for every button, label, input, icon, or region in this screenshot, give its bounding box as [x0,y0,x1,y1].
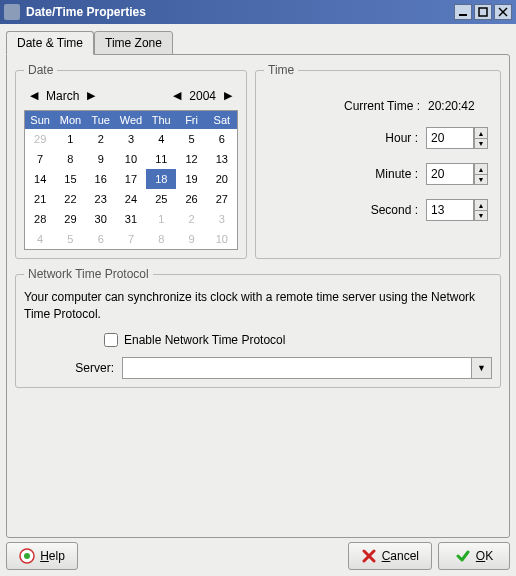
calendar-day-header: Sun [25,111,55,129]
minute-input[interactable] [426,163,474,185]
minute-down-button[interactable]: ▼ [474,174,488,185]
calendar-day[interactable]: 29 [55,209,85,229]
calendar-day[interactable]: 2 [176,209,206,229]
minimize-button[interactable] [454,4,472,20]
calendar-day-header: Wed [116,111,146,129]
help-label-rest: elp [49,549,65,563]
date-legend: Date [24,63,57,77]
client-area: Date & Time Time Zone Date ◀ March ▶ ◀ 2… [0,24,516,576]
second-down-button[interactable]: ▼ [474,210,488,221]
calendar-day[interactable]: 1 [55,129,85,149]
prev-year-button[interactable]: ◀ [171,87,183,104]
ntp-server-label: Server: [24,361,114,375]
cancel-button[interactable]: Cancel [348,542,432,570]
calendar-day[interactable]: 29 [25,129,55,149]
tab-time-zone[interactable]: Time Zone [94,31,173,55]
next-month-button[interactable]: ▶ [85,87,97,104]
calendar-day[interactable]: 23 [86,189,116,209]
year-label: 2004 [185,89,220,103]
current-time-label: Current Time : [344,99,420,113]
calendar-day[interactable]: 9 [176,229,206,249]
calendar-day[interactable]: 10 [207,229,237,249]
ok-label-u: O [476,549,485,563]
calendar-day[interactable]: 14 [25,169,55,189]
time-group: Time Current Time : 20:20:42 Hour : ▲ ▼ [255,63,501,259]
calendar-day[interactable]: 19 [176,169,206,189]
calendar-day[interactable]: 30 [86,209,116,229]
calendar-nav: ◀ March ▶ ◀ 2004 ▶ [24,85,238,106]
calendar-day[interactable]: 2 [86,129,116,149]
hour-input[interactable] [426,127,474,149]
tab-date-time[interactable]: Date & Time [6,31,94,55]
prev-month-button[interactable]: ◀ [28,87,40,104]
month-label: March [42,89,83,103]
calendar-day[interactable]: 4 [25,229,55,249]
help-button[interactable]: Help [6,542,78,570]
calendar-day[interactable]: 20 [207,169,237,189]
hour-up-button[interactable]: ▲ [474,127,488,138]
calendar-day[interactable]: 31 [116,209,146,229]
minute-up-button[interactable]: ▲ [474,163,488,174]
help-icon [19,548,35,564]
ntp-legend: Network Time Protocol [24,267,153,281]
window-title: Date/Time Properties [26,5,452,19]
calendar-day[interactable]: 1 [146,209,176,229]
calendar-day[interactable]: 24 [116,189,146,209]
calendar-day[interactable]: 25 [146,189,176,209]
calendar-day[interactable]: 16 [86,169,116,189]
calendar-day[interactable]: 6 [86,229,116,249]
calendar-day[interactable]: 15 [55,169,85,189]
ok-label-rest: K [485,549,493,563]
calendar-day[interactable]: 7 [25,149,55,169]
svg-rect-1 [479,8,487,16]
close-button[interactable] [494,4,512,20]
maximize-button[interactable] [474,4,492,20]
calendar-day-header: Thu [146,111,176,129]
time-legend: Time [264,63,298,77]
calendar-day[interactable]: 3 [116,129,146,149]
calendar-day[interactable]: 10 [116,149,146,169]
calendar-day[interactable]: 6 [207,129,237,149]
calendar-day[interactable]: 18 [146,169,176,189]
ntp-enable-label: Enable Network Time Protocol [124,333,285,347]
calendar-day[interactable]: 3 [207,209,237,229]
ok-button[interactable]: OK [438,542,510,570]
ntp-group: Network Time Protocol Your computer can … [15,267,501,388]
hour-down-button[interactable]: ▼ [474,138,488,149]
ntp-server-input[interactable] [122,357,472,379]
calendar-day[interactable]: 9 [86,149,116,169]
ntp-server-dropdown-button[interactable]: ▼ [472,357,492,379]
calendar-day[interactable]: 12 [176,149,206,169]
calendar-day-header: Mon [55,111,85,129]
second-up-button[interactable]: ▲ [474,199,488,210]
calendar-day[interactable]: 27 [207,189,237,209]
ntp-enable-checkbox[interactable] [104,333,118,347]
cancel-label-u: C [382,549,391,563]
calendar-day[interactable]: 4 [146,129,176,149]
calendar-day-header: Tue [86,111,116,129]
calendar-day[interactable]: 8 [55,149,85,169]
ntp-description: Your computer can synchronize its clock … [24,289,492,323]
svg-point-5 [24,553,30,559]
calendar-day[interactable]: 5 [55,229,85,249]
calendar-day[interactable]: 21 [25,189,55,209]
next-year-button[interactable]: ▶ [222,87,234,104]
calendar-day-header: Sat [207,111,237,129]
calendar-day[interactable]: 28 [25,209,55,229]
button-row: Help Cancel OK [6,538,510,570]
calendar-day[interactable]: 5 [176,129,206,149]
calendar-day[interactable]: 11 [146,149,176,169]
calendar-day[interactable]: 26 [176,189,206,209]
current-time-value: 20:20:42 [428,99,488,113]
calendar-day[interactable]: 17 [116,169,146,189]
calendar-day[interactable]: 8 [146,229,176,249]
calendar-day[interactable]: 22 [55,189,85,209]
second-label: Second : [371,203,418,217]
calendar-day[interactable]: 7 [116,229,146,249]
date-group: Date ◀ March ▶ ◀ 2004 ▶ SunMonTueW [15,63,247,259]
tab-content: Date ◀ March ▶ ◀ 2004 ▶ SunMonTueW [6,54,510,538]
cancel-icon [361,548,377,564]
second-input[interactable] [426,199,474,221]
calendar-day[interactable]: 13 [207,149,237,169]
calendar-day-header: Fri [176,111,206,129]
